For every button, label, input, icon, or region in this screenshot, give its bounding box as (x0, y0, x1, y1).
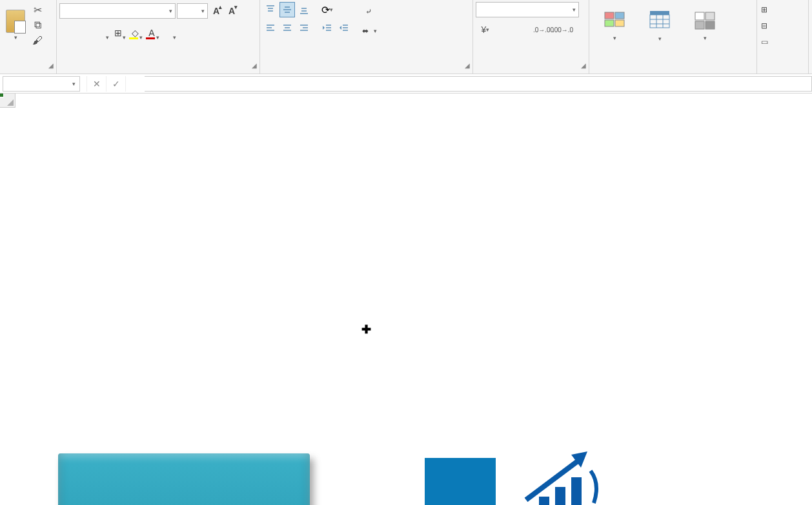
insert-button[interactable]: ⊞ (760, 2, 806, 17)
conditional-format-button[interactable]: ▾ (592, 2, 637, 48)
chevron-down-icon: ▾ (169, 8, 172, 14)
increase-decimal-button[interactable]: .0→.00 (534, 21, 553, 38)
group-clipboard: ▾ ✂ ⧉ 🖌 ◢ (0, 0, 57, 74)
align-middle-button[interactable] (279, 2, 295, 17)
chevron-down-icon: ▾ (573, 6, 576, 13)
svg-marker-21 (323, 26, 325, 30)
chevron-down-icon: ▾ (173, 34, 176, 41)
dialog-launcher-icon[interactable]: ◢ (465, 62, 470, 69)
svg-rect-29 (615, 20, 624, 26)
table-format-button[interactable]: ▾ (637, 2, 682, 48)
italic-button[interactable] (76, 25, 93, 41)
insert-icon: ⊞ (761, 5, 767, 14)
chevron-down-icon: ▾ (330, 6, 333, 13)
merge-icon: ⬌ (362, 26, 369, 35)
border-button[interactable]: ⊞▾ (110, 25, 127, 41)
chevron-down-icon: ▾ (658, 35, 662, 42)
svg-rect-36 (695, 12, 704, 20)
svg-rect-26 (605, 12, 614, 19)
percent-button[interactable] (495, 21, 514, 38)
chevron-down-icon: ▾ (486, 26, 489, 33)
conditional-format-icon (602, 9, 627, 32)
logo-chart-icon (516, 451, 613, 505)
logo-tiles (425, 458, 496, 505)
format-painter-button[interactable]: 🖌 (28, 33, 46, 48)
format-button[interactable]: ▭ (760, 34, 806, 50)
group-cells: ⊞ ⊟ ▭ (757, 0, 809, 74)
chevron-down-icon: ▾ (156, 34, 159, 41)
brush-icon: 🖌 (32, 35, 43, 46)
font-size-combo[interactable]: ▾ (177, 3, 208, 19)
format-icon: ▭ (761, 37, 768, 46)
delete-icon: ⊟ (761, 21, 767, 30)
formula-bar: ▾ ✕ ✓ (0, 74, 812, 94)
decrease-indent-button[interactable] (320, 20, 335, 35)
name-box[interactable]: ▾ (3, 76, 80, 92)
cell-styles-icon (693, 9, 717, 32)
chevron-down-icon: ▾ (139, 34, 143, 41)
font-color-button[interactable]: A▾ (143, 25, 160, 41)
cell-styles-button[interactable]: ▾ (682, 2, 727, 48)
dialog-launcher-icon[interactable]: ◢ (48, 62, 54, 69)
phonetic-button[interactable]: ▾ (160, 25, 177, 41)
orientation-button[interactable]: ⟳▾ (320, 2, 335, 17)
svg-rect-43 (571, 477, 582, 505)
decrease-font-button[interactable]: A▾ (225, 4, 239, 18)
svg-rect-30 (650, 11, 669, 15)
ribbon: ▾ ✂ ⧉ 🖌 ◢ ▾ ▾ A▴ A▾ ▾ ⊞▾ ◇▾ (0, 0, 812, 74)
increase-indent-button[interactable] (336, 20, 352, 35)
shortcut-overlay (58, 453, 310, 505)
formula-input[interactable] (145, 76, 812, 92)
chevron-down-icon: ▾ (374, 28, 377, 34)
merge-center-button[interactable]: ⬌▾ (358, 21, 381, 41)
chevron-down-icon: ▾ (704, 35, 707, 41)
svg-rect-28 (605, 20, 614, 26)
align-right-button[interactable] (296, 20, 312, 35)
underline-button[interactable]: ▾ (93, 25, 110, 41)
align-left-button[interactable] (263, 20, 278, 35)
group-font: ▾ ▾ A▴ A▾ ▾ ⊞▾ ◇▾ A▾ ▾ ◢ (57, 0, 260, 74)
chevron-down-icon: ▾ (123, 34, 126, 41)
svg-marker-25 (340, 26, 341, 30)
scissors-icon: ✂ (34, 4, 42, 16)
align-top-button[interactable] (263, 2, 278, 17)
group-styles: ▾ ▾ ▾ (589, 0, 757, 74)
chevron-down-icon: ▾ (613, 35, 616, 41)
delete-button[interactable]: ⊟ (760, 18, 806, 34)
select-all-corner[interactable] (0, 94, 15, 108)
dialog-launcher-icon[interactable]: ◢ (252, 62, 257, 69)
accounting-format-button[interactable]: ¥▾ (476, 21, 495, 38)
fill-color-button[interactable]: ◇▾ (127, 25, 143, 41)
copy-button[interactable]: ⧉ (28, 17, 46, 33)
dialog-launcher-icon[interactable]: ◢ (581, 62, 586, 69)
wrap-text-button[interactable]: ⤶ (358, 2, 381, 21)
spreadsheet-grid[interactable]: ✚ (0, 94, 812, 505)
svg-rect-31 (650, 15, 669, 28)
accept-formula-button[interactable]: ✓ (106, 76, 125, 92)
group-alignment: ⟳▾ ⤶ ⬌▾ ◢ (260, 0, 473, 74)
decrease-decimal-button[interactable]: .00→.0 (553, 21, 573, 38)
cut-button[interactable]: ✂ (28, 2, 46, 17)
paste-button[interactable]: ▾ (3, 2, 28, 48)
comma-button[interactable] (514, 21, 534, 38)
wrap-icon: ⤶ (365, 7, 372, 16)
align-center-button[interactable] (279, 20, 295, 35)
chevron-down-icon: ▾ (72, 81, 76, 87)
chevron-down-icon: ▾ (201, 8, 205, 14)
font-name-combo[interactable]: ▾ (59, 3, 176, 19)
copy-icon: ⧉ (34, 19, 41, 31)
svg-rect-41 (539, 497, 549, 505)
number-format-combo[interactable]: ▾ (476, 2, 579, 17)
bold-button[interactable] (59, 25, 76, 41)
increase-font-button[interactable]: A▴ (209, 4, 223, 18)
group-number: ▾ ¥▾ .0→.00 .00→.0 ◢ (473, 0, 589, 74)
svg-rect-42 (555, 487, 565, 505)
svg-rect-27 (615, 12, 624, 19)
cell-cursor-icon: ✚ (361, 322, 371, 337)
svg-rect-38 (695, 21, 704, 29)
clipboard-icon (6, 10, 25, 33)
cancel-formula-button[interactable]: ✕ (86, 76, 106, 92)
chevron-down-icon: ▾ (106, 34, 109, 41)
insert-function-button[interactable] (125, 76, 141, 92)
align-bottom-button[interactable] (296, 2, 312, 17)
